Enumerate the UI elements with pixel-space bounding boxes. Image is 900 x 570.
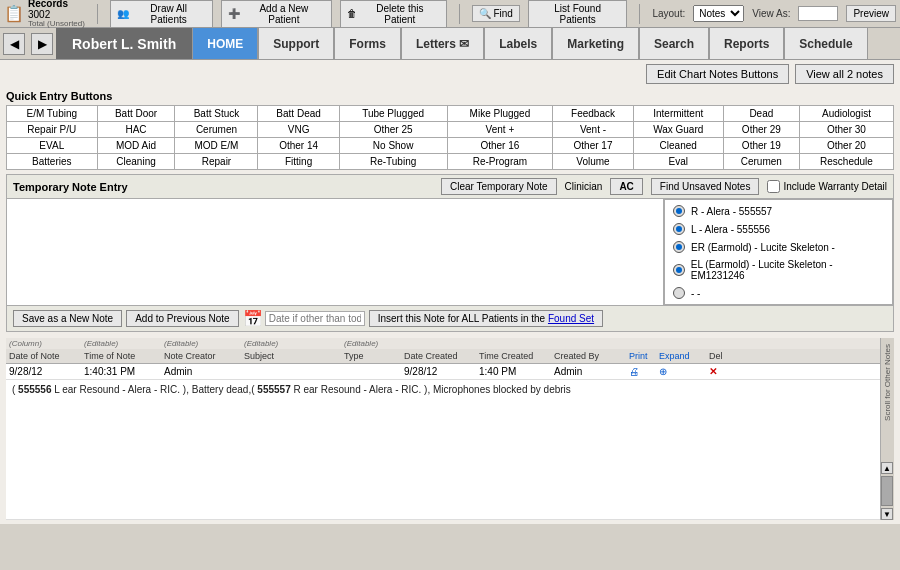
tab-search[interactable]: Search: [639, 28, 709, 59]
tab-home[interactable]: HOME: [192, 28, 258, 59]
quick-entry-cell[interactable]: Fitting: [258, 154, 339, 170]
col-type: Type: [341, 349, 401, 363]
edit-col7: [476, 338, 551, 349]
quick-entry-cell[interactable]: Re-Tubing: [339, 154, 447, 170]
quick-entry-cell[interactable]: Eval: [633, 154, 723, 170]
save-new-note-button[interactable]: Save as a New Note: [13, 310, 122, 327]
scroll-up-arrow[interactable]: ▲: [881, 462, 893, 474]
insert-note-button[interactable]: Insert this Note for ALL Patients in the…: [369, 310, 603, 327]
tab-reports[interactable]: Reports: [709, 28, 784, 59]
divider3: [639, 4, 640, 24]
quick-entry-cell[interactable]: Mike Plugged: [447, 106, 553, 122]
quick-entry-cell[interactable]: Other 25: [339, 122, 447, 138]
layout-select[interactable]: Notes: [693, 5, 744, 22]
expand-button[interactable]: ⊕: [656, 364, 706, 379]
draw-all-button[interactable]: 👥 Draw All Patients: [110, 0, 214, 28]
add-new-button[interactable]: ➕ Add a New Patient: [221, 0, 332, 28]
quick-entry-cell[interactable]: VNG: [258, 122, 339, 138]
quick-entry-cell[interactable]: Other 30: [799, 122, 893, 138]
radio-circle: [673, 205, 685, 217]
quick-entry-cell[interactable]: E/M Tubing: [7, 106, 98, 122]
dropdown-item[interactable]: R - Alera - 555557: [665, 202, 892, 220]
divider1: [97, 4, 98, 24]
delete-icon: 🗑: [347, 8, 357, 19]
quick-entry-cell[interactable]: Other 16: [447, 138, 553, 154]
dropdown-item[interactable]: L - Alera - 555556: [665, 220, 892, 238]
delete-patient-button[interactable]: 🗑 Delete this Patient: [340, 0, 447, 28]
quick-entry-cell[interactable]: Batt Stuck: [175, 106, 258, 122]
next-patient-button[interactable]: ▶: [31, 33, 53, 55]
quick-entry-cell[interactable]: Batt Door: [97, 106, 175, 122]
quick-entry-cell[interactable]: Other 14: [258, 138, 339, 154]
quick-entry-cell[interactable]: EVAL: [7, 138, 98, 154]
quick-entry-cell[interactable]: Cerumen: [723, 154, 799, 170]
editability-row: (Column) (Editable) (Editable) (Editable…: [6, 338, 880, 349]
scroll-thumb[interactable]: [881, 476, 893, 506]
quick-entry-cell[interactable]: Feedback: [553, 106, 633, 122]
tab-letters[interactable]: Letters ✉: [401, 28, 484, 59]
view-all-notes-button[interactable]: View all 2 notes: [795, 64, 894, 84]
quick-entry-section: Quick Entry Buttons E/M TubingBatt DoorB…: [6, 90, 894, 170]
quick-entry-cell[interactable]: Other 29: [723, 122, 799, 138]
quick-entry-cell[interactable]: Batteries: [7, 154, 98, 170]
edit-chart-notes-button[interactable]: Edit Chart Notes Buttons: [646, 64, 789, 84]
quick-entry-cell[interactable]: Vent -: [553, 122, 633, 138]
col-subject: Subject: [241, 349, 341, 363]
quick-entry-cell[interactable]: MOD Aid: [97, 138, 175, 154]
quick-entry-cell[interactable]: Repair: [175, 154, 258, 170]
quick-entry-cell[interactable]: Batt Dead: [258, 106, 339, 122]
quick-entry-cell[interactable]: Dead: [723, 106, 799, 122]
quick-entry-cell[interactable]: Wax Guard: [633, 122, 723, 138]
quick-entry-cell[interactable]: Repair P/U: [7, 122, 98, 138]
delete-row-button[interactable]: ✕: [706, 364, 736, 379]
view-as-input[interactable]: [798, 6, 838, 21]
quick-entry-cell[interactable]: Audiologist: [799, 106, 893, 122]
find-button[interactable]: 🔍 Find: [472, 5, 519, 22]
quick-entry-cell[interactable]: Cleaning: [97, 154, 175, 170]
patient-header: ◀ ▶ Robert L. Smith HOME Support Forms L…: [0, 28, 900, 60]
clinician-label: Clinician: [565, 181, 603, 192]
scroll-down-arrow[interactable]: ▼: [881, 508, 893, 520]
quick-entry-cell[interactable]: Reschedule: [799, 154, 893, 170]
calendar-icon: 📅: [243, 309, 263, 328]
quick-entry-cell[interactable]: Re-Program: [447, 154, 553, 170]
quick-entry-cell[interactable]: Other 19: [723, 138, 799, 154]
found-set-link[interactable]: Found Set: [548, 313, 594, 324]
tab-support[interactable]: Support: [258, 28, 334, 59]
dropdown-item[interactable]: ER (Earmold) - Lucite Skeleton -: [665, 238, 892, 256]
quick-entry-cell[interactable]: Cleaned: [633, 138, 723, 154]
quick-entry-cell[interactable]: Cerumen: [175, 122, 258, 138]
tab-labels[interactable]: Labels: [484, 28, 552, 59]
find-unsaved-button[interactable]: Find Unsaved Notes: [651, 178, 760, 195]
tab-schedule[interactable]: Schedule: [784, 28, 867, 59]
quick-entry-cell[interactable]: Intermittent: [633, 106, 723, 122]
layout-label: Layout:: [652, 8, 685, 19]
tab-marketing[interactable]: Marketing: [552, 28, 639, 59]
print-button[interactable]: 🖨: [626, 364, 656, 379]
clear-temp-note-button[interactable]: Clear Temporary Note: [441, 178, 557, 195]
prev-patient-button[interactable]: ◀: [3, 33, 25, 55]
date-other-input[interactable]: [265, 311, 365, 326]
quick-entry-cell[interactable]: Other 17: [553, 138, 633, 154]
cell-subject: [241, 370, 341, 374]
quick-entry-cell[interactable]: HAC: [97, 122, 175, 138]
quick-entry-cell[interactable]: No Show: [339, 138, 447, 154]
tab-forms[interactable]: Forms: [334, 28, 401, 59]
ac-button[interactable]: AC: [610, 178, 642, 195]
warranty-checkbox[interactable]: [767, 180, 780, 193]
quick-entry-cell[interactable]: Other 20: [799, 138, 893, 154]
preview-button[interactable]: Preview: [846, 5, 896, 22]
quick-entry-title: Quick Entry Buttons: [6, 90, 894, 102]
quick-entry-cell[interactable]: Vent +: [447, 122, 553, 138]
find-icon: 🔍: [479, 8, 491, 19]
note-textarea[interactable]: [11, 203, 659, 293]
quick-entry-cell[interactable]: Tube Plugged: [339, 106, 447, 122]
dropdown-item[interactable]: EL (Earmold) - Lucite Skeleton - EM12312…: [665, 256, 892, 284]
note-text-2: R ear Resound - Alera - RIC. ), Micropho…: [291, 384, 571, 395]
list-found-button[interactable]: List Found Patients: [528, 0, 628, 28]
dropdown-item-label: - -: [691, 288, 700, 299]
quick-entry-cell[interactable]: MOD E/M: [175, 138, 258, 154]
add-previous-note-button[interactable]: Add to Previous Note: [126, 310, 239, 327]
dropdown-item[interactable]: - -: [665, 284, 892, 302]
quick-entry-cell[interactable]: Volume: [553, 154, 633, 170]
